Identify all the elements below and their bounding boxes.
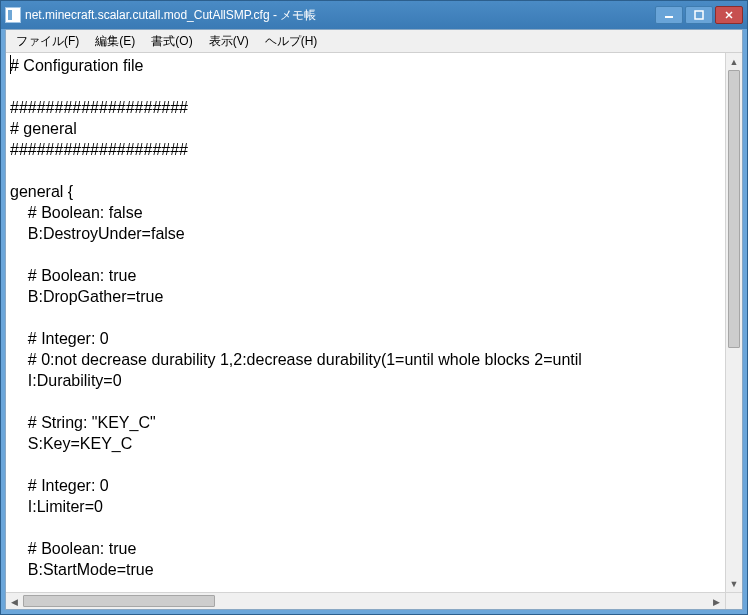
close-button[interactable] — [715, 6, 743, 24]
scroll-left-arrow-icon[interactable]: ◀ — [6, 593, 23, 609]
window-title: net.minecraft.scalar.cutall.mod_CutAllSM… — [25, 7, 655, 24]
menu-format[interactable]: 書式(O) — [143, 31, 200, 52]
scroll-right-arrow-icon[interactable]: ▶ — [708, 593, 725, 609]
menubar: ファイル(F) 編集(E) 書式(O) 表示(V) ヘルプ(H) — [6, 30, 742, 53]
horizontal-scrollbar[interactable]: ◀ ▶ — [6, 592, 725, 609]
maximize-icon — [694, 10, 704, 20]
client-area: # Configuration file ###################… — [6, 53, 742, 609]
menu-help[interactable]: ヘルプ(H) — [257, 31, 326, 52]
minimize-icon — [664, 10, 674, 20]
vertical-scroll-track[interactable] — [726, 70, 742, 575]
scroll-up-arrow-icon[interactable]: ▲ — [726, 53, 742, 70]
menu-file[interactable]: ファイル(F) — [8, 31, 87, 52]
maximize-button[interactable] — [685, 6, 713, 24]
notepad-window: net.minecraft.scalar.cutall.mod_CutAllSM… — [0, 0, 748, 615]
titlebar[interactable]: net.minecraft.scalar.cutall.mod_CutAllSM… — [1, 1, 747, 29]
svg-rect-1 — [695, 11, 703, 19]
close-icon — [724, 10, 734, 20]
horizontal-scroll-thumb[interactable] — [23, 595, 215, 607]
window-buttons — [655, 6, 743, 24]
horizontal-scroll-track[interactable] — [23, 593, 708, 609]
menu-view[interactable]: 表示(V) — [201, 31, 257, 52]
minimize-button[interactable] — [655, 6, 683, 24]
vertical-scroll-thumb[interactable] — [728, 70, 740, 348]
menu-edit[interactable]: 編集(E) — [87, 31, 143, 52]
inner-frame: ファイル(F) 編集(E) 書式(O) 表示(V) ヘルプ(H) # Confi… — [5, 29, 743, 610]
vertical-scrollbar[interactable]: ▲ ▼ — [725, 53, 742, 592]
text-caret — [10, 55, 11, 74]
scroll-down-arrow-icon[interactable]: ▼ — [726, 575, 742, 592]
scroll-corner — [725, 592, 742, 609]
text-editor[interactable]: # Configuration file ###################… — [6, 53, 725, 592]
notepad-icon — [5, 7, 21, 23]
